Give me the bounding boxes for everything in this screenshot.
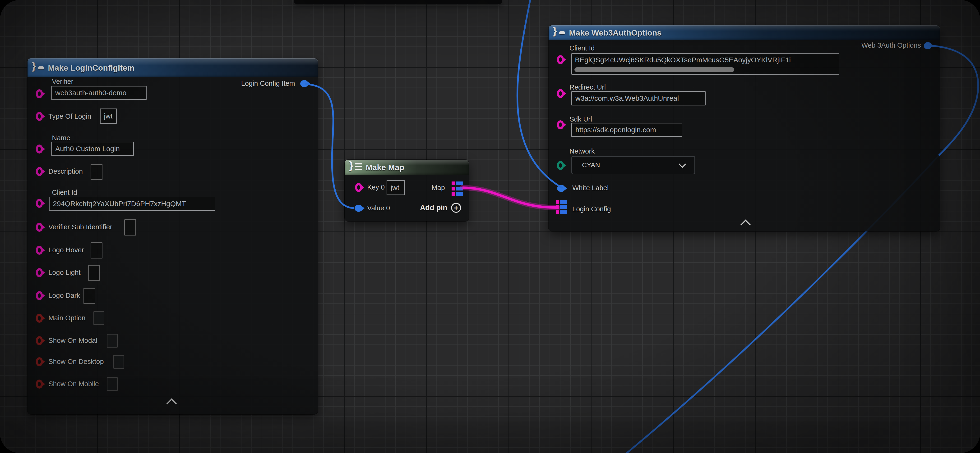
pin-in-show-on-mobile[interactable] <box>36 380 43 388</box>
pin-label-show-on-mobile: Show On Mobile <box>48 380 99 388</box>
node-header-make-loginconfigitem[interactable]: } Make LoginConfigItem <box>27 58 318 77</box>
pin-in-logo-dark[interactable] <box>36 291 43 300</box>
logo-light-input[interactable] <box>88 265 100 281</box>
name-input[interactable] <box>51 142 134 156</box>
add-pin-button[interactable]: Add pin + <box>420 203 461 213</box>
wire-map-to-login-config-glow <box>463 188 558 207</box>
pin-in-verifier[interactable] <box>36 89 43 98</box>
pin-label-description: Description <box>48 167 83 176</box>
show-on-modal-checkbox[interactable] <box>107 334 118 348</box>
pin-label-show-on-modal: Show On Modal <box>48 336 97 345</box>
node-make-web3authoptions[interactable]: } Make Web3AuthOptions Web 3Auth Options… <box>549 25 940 231</box>
pin-in-type-of-login[interactable] <box>36 112 43 121</box>
pin-label-verifier-sub-identifier: Verifier Sub Identifier <box>48 223 112 231</box>
pin-in-key0[interactable] <box>355 183 362 192</box>
pin-in-redirect-url[interactable] <box>557 89 564 98</box>
pin-label-logo-light: Logo Light <box>48 268 80 277</box>
pin-label-main-option: Main Option <box>48 314 85 322</box>
pin-out-map[interactable] <box>452 182 463 197</box>
type-of-login-input[interactable] <box>100 109 117 124</box>
main-option-checkbox[interactable] <box>94 311 104 325</box>
pin-label-web3auth-options-out: Web 3Auth Options <box>861 41 921 49</box>
pin-in-client-id[interactable] <box>36 199 43 208</box>
pin-label-logo-hover: Logo Hover <box>48 246 84 254</box>
pin-in-value0[interactable] <box>355 205 363 212</box>
network-dropdown-value: CYAN <box>572 162 680 169</box>
verifier-input[interactable] <box>51 86 146 100</box>
description-input[interactable] <box>91 164 102 180</box>
wire-map-to-login-config[interactable] <box>463 188 558 207</box>
node-title: Make Web3AuthOptions <box>569 28 662 38</box>
logo-dark-input[interactable] <box>83 288 95 304</box>
client-id-input[interactable] <box>49 196 215 211</box>
make-struct-icon: } <box>553 27 566 39</box>
sdk-url-input[interactable] <box>571 123 682 137</box>
pin-label-login-config: Login Config <box>572 205 611 213</box>
show-on-mobile-checkbox[interactable] <box>107 377 118 391</box>
node-title: Make Map <box>366 163 404 172</box>
pin-label-login-config-item: Login Config Item <box>241 79 295 88</box>
pin-label-key0: Key 0 <box>367 183 385 192</box>
pin-out-web3auth-options[interactable] <box>924 42 932 49</box>
pin-in-white-label[interactable] <box>557 185 565 192</box>
key0-input[interactable] <box>387 180 405 195</box>
pin-label-redirect-url: Redirect Url <box>570 83 606 92</box>
pin-in-client-id[interactable] <box>557 55 564 64</box>
pin-label-white-label: White Label <box>572 184 609 192</box>
pin-label-client-id: Client Id <box>52 188 77 196</box>
pin-label-sdk-url: Sdk Url <box>570 115 592 124</box>
pin-in-logo-hover[interactable] <box>36 246 43 255</box>
pin-in-show-on-modal[interactable] <box>36 336 43 345</box>
show-on-desktop-checkbox[interactable] <box>113 355 124 369</box>
network-dropdown[interactable]: CYAN <box>571 156 695 174</box>
pin-in-verifier-sub-identifier[interactable] <box>36 223 43 232</box>
pin-label-show-on-desktop: Show On Desktop <box>48 357 104 366</box>
redirect-url-input[interactable] <box>571 91 706 105</box>
pin-label-logo-dark: Logo Dark <box>48 291 80 300</box>
pin-label-name: Name <box>52 134 70 142</box>
node-make-loginconfigitem[interactable]: } Make LoginConfigItem Login Config Item… <box>27 58 318 414</box>
make-map-icon: } <box>349 161 363 173</box>
pin-label-map-out: Map <box>432 184 445 192</box>
node-header-make-map[interactable]: } Make Map <box>345 160 469 175</box>
client-id-input[interactable]: BEglQSgt4cUWcj6SKRdu5QkOXTsePmMcusG5EAoy… <box>571 53 839 74</box>
pin-label-value0: Value 0 <box>367 204 390 212</box>
node-make-map[interactable]: } Make Map Key 0 Map Value 0 Add pin + <box>345 160 469 221</box>
collapse-node-chevron-icon[interactable] <box>740 220 751 230</box>
pin-in-main-option[interactable] <box>36 314 43 323</box>
pin-label-network: Network <box>570 147 595 155</box>
chevron-down-icon <box>679 160 686 168</box>
logo-hover-input[interactable] <box>91 242 102 258</box>
offscreen-node-edge <box>294 0 502 4</box>
node-header-make-web3authoptions[interactable]: } Make Web3AuthOptions <box>549 25 940 40</box>
pin-out-login-config-item[interactable] <box>300 80 308 87</box>
pin-in-name[interactable] <box>36 144 43 154</box>
pin-label-type-of-login: Type Of Login <box>48 112 91 120</box>
node-title: Make LoginConfigItem <box>48 63 134 73</box>
collapse-node-chevron-icon[interactable] <box>167 399 177 409</box>
pin-in-sdk-url[interactable] <box>557 120 564 129</box>
add-pin-icon[interactable]: + <box>451 203 461 213</box>
blueprint-graph-canvas[interactable]: } Make LoginConfigItem Login Config Item… <box>0 0 980 453</box>
pin-in-show-on-desktop[interactable] <box>36 357 43 366</box>
pin-in-logo-light[interactable] <box>36 268 43 277</box>
horizontal-scrollbar[interactable] <box>574 67 734 72</box>
pin-label-client-id: Client Id <box>570 44 595 52</box>
pin-in-description[interactable] <box>36 167 43 176</box>
pin-label-verifier: Verifier <box>52 77 73 86</box>
verifier-sub-identifier-input[interactable] <box>124 219 136 236</box>
pin-in-login-config[interactable] <box>556 200 567 215</box>
pin-in-network[interactable] <box>557 161 564 170</box>
make-struct-icon: } <box>32 62 46 74</box>
